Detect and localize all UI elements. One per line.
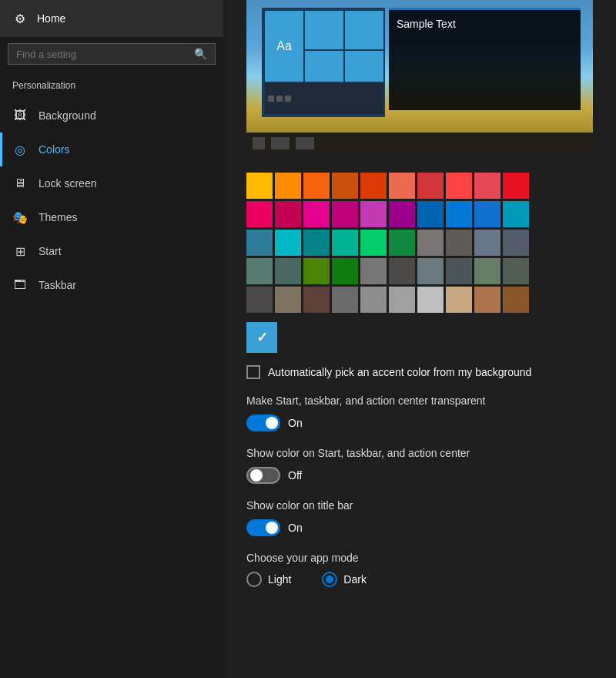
preview-tile-3 [305, 51, 343, 82]
color-swatch[interactable] [332, 287, 358, 313]
auto-accent-checkbox[interactable] [246, 365, 260, 379]
transparent-toggle[interactable] [246, 415, 280, 431]
sidebar-item-colors-label: Colors [38, 143, 69, 156]
transparent-toggle-row: On [246, 415, 593, 431]
color-swatch[interactable] [332, 173, 358, 199]
color-swatch[interactable] [275, 201, 301, 227]
preview-taskbar-item2 [296, 137, 314, 149]
app-mode-section: Choose your app mode Light Dark [246, 552, 593, 587]
color-swatch[interactable] [503, 230, 529, 256]
home-button[interactable]: ⚙ Home [0, 0, 223, 37]
color-swatch[interactable] [446, 258, 472, 284]
preview-area: Aa Sample Text [246, 0, 593, 154]
color-swatch[interactable] [417, 201, 444, 227]
color-swatch[interactable] [446, 173, 472, 199]
color-swatch[interactable] [446, 230, 472, 256]
preview-sample-text: Sample Text [397, 18, 456, 30]
sidebar-item-start[interactable]: ⊞ Start [0, 234, 223, 268]
color-swatch[interactable] [275, 230, 301, 256]
preview-window: Aa [262, 8, 385, 116]
sidebar-item-start-label: Start [38, 245, 62, 257]
preview-tile-row [265, 83, 383, 114]
color-swatch[interactable] [474, 173, 500, 199]
color-swatch[interactable] [360, 230, 387, 256]
color-swatch[interactable] [332, 201, 358, 227]
color-swatch[interactable] [389, 287, 415, 313]
radio-dark[interactable]: Dark [322, 572, 367, 587]
color-swatch[interactable] [417, 258, 444, 284]
home-label: Home [37, 12, 65, 25]
sidebar-item-colors[interactable]: ◎ Colors [0, 133, 223, 166]
color-swatch[interactable] [275, 287, 301, 313]
preview-tile-4 [345, 51, 383, 82]
color-swatch[interactable] [275, 258, 301, 284]
color-swatch[interactable] [503, 173, 529, 199]
color-swatch[interactable] [474, 258, 500, 284]
show-color-toggle[interactable] [246, 467, 280, 484]
color-grid [246, 173, 524, 313]
color-swatch[interactable] [503, 287, 529, 313]
color-swatch[interactable] [360, 258, 387, 284]
show-color-status: Off [288, 469, 302, 482]
selected-color-swatch[interactable] [246, 322, 277, 353]
color-swatch[interactable] [389, 201, 415, 227]
home-icon: ⚙ [12, 11, 28, 26]
title-bar-label: Show color on title bar [246, 499, 593, 512]
color-swatch[interactable] [246, 173, 273, 199]
search-input[interactable] [16, 49, 194, 60]
sidebar-item-taskbar[interactable]: 🗔 Taskbar [0, 268, 223, 302]
radio-dark-label: Dark [343, 573, 367, 586]
transparent-section: Make Start, taskbar, and action center t… [246, 394, 593, 431]
color-swatch[interactable] [474, 230, 500, 256]
search-box[interactable]: 🔍 [8, 43, 216, 65]
color-swatch[interactable] [503, 258, 529, 284]
color-swatch[interactable] [246, 230, 273, 256]
sidebar-item-taskbar-label: Taskbar [38, 279, 76, 291]
color-swatch[interactable] [446, 201, 472, 227]
preview-tile-1 [305, 11, 343, 49]
color-swatch[interactable] [389, 230, 415, 256]
color-swatch[interactable] [389, 258, 415, 284]
sidebar-item-background[interactable]: 🖼 Background [0, 99, 223, 133]
color-swatch[interactable] [246, 258, 273, 284]
color-swatch[interactable] [332, 258, 358, 284]
preview-start-btn [253, 137, 265, 149]
color-swatch[interactable] [246, 201, 273, 227]
preview-taskbar-item [271, 137, 290, 149]
color-swatch[interactable] [474, 287, 500, 313]
auto-accent-label: Automatically pick an accent color from … [268, 366, 531, 378]
sidebar: ⚙ Home 🔍 Personalization 🖼 Background ◎ … [0, 0, 223, 678]
app-mode-label: Choose your app mode [246, 552, 593, 564]
sidebar-item-themes-label: Themes [38, 211, 78, 223]
preview-sample-text-box: Sample Text [389, 10, 581, 110]
color-swatch[interactable] [360, 287, 387, 313]
color-swatch[interactable] [275, 173, 301, 199]
title-bar-toggle-knob [266, 522, 278, 534]
color-swatch[interactable] [389, 173, 415, 199]
color-swatch[interactable] [417, 173, 444, 199]
preview-accent-bar-container: Sample Text [389, 8, 581, 110]
color-swatch[interactable] [360, 173, 387, 199]
radio-light[interactable]: Light [246, 572, 291, 587]
lock-screen-icon: 🖥 [12, 176, 28, 191]
transparent-status: On [288, 417, 303, 429]
color-swatch[interactable] [303, 201, 330, 227]
title-bar-toggle[interactable] [246, 519, 280, 536]
color-grid-container [246, 173, 593, 353]
show-color-toggle-row: Off [246, 467, 593, 484]
preview-taskbar [246, 133, 593, 154]
color-swatch[interactable] [417, 287, 444, 313]
color-swatch[interactable] [303, 230, 330, 256]
color-swatch[interactable] [332, 230, 358, 256]
color-swatch[interactable] [446, 287, 472, 313]
sidebar-item-themes[interactable]: 🎭 Themes [0, 200, 223, 234]
color-swatch[interactable] [303, 258, 330, 284]
color-swatch[interactable] [503, 201, 529, 227]
color-swatch[interactable] [303, 173, 330, 199]
color-swatch[interactable] [417, 230, 444, 256]
sidebar-item-lock-screen[interactable]: 🖥 Lock screen [0, 166, 223, 200]
color-swatch[interactable] [246, 287, 273, 313]
color-swatch[interactable] [303, 287, 330, 313]
color-swatch[interactable] [474, 201, 500, 227]
color-swatch[interactable] [360, 201, 387, 227]
